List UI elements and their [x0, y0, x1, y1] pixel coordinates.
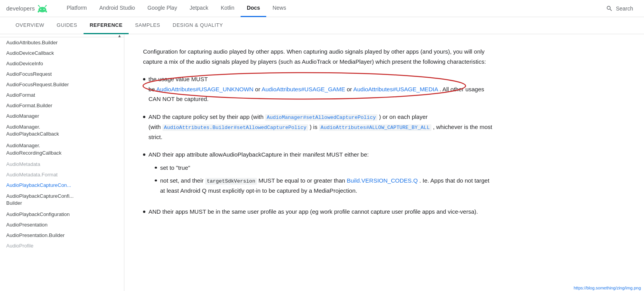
footer-url: https://blog.something/zing/img.png: [571, 285, 644, 291]
svg-point-6: [38, 5, 39, 6]
bullet-4-text: AND their apps MUST be in the same user …: [148, 207, 478, 217]
sidebar-item-audio-focus-request-builder[interactable]: AudioFocusRequest.Builder: [0, 79, 124, 90]
list-item: set to "true": [155, 163, 493, 173]
nav-android-studio[interactable]: Android Studio: [93, 0, 141, 17]
list-item: AND the capture policy set by their app …: [143, 112, 493, 142]
bullet-dot: [155, 179, 157, 181]
tab-design-quality[interactable]: DESIGN & QUALITY: [166, 17, 229, 34]
link-version-codes-q[interactable]: Build.VERSION_CODES.Q: [347, 177, 418, 184]
svg-rect-9: [46, 10, 47, 12]
link-allow-capture-by-all[interactable]: AudioAttributes#ALLOW_CAPTURE_BY_ALL: [319, 124, 431, 130]
content-description: Configuration for capturing audio played…: [143, 47, 493, 66]
target-sdk-version-code: targetSdkVersion: [205, 178, 257, 185]
sidebar-item-audio-device-info[interactable]: AudioDeviceInfo: [0, 58, 124, 69]
list-item: the usage value MUST be AudioAttributes#…: [143, 74, 493, 104]
tab-samples[interactable]: SAMPLES: [129, 17, 166, 34]
nav-links: Platform Android Studio Google Play Jetp…: [60, 0, 601, 17]
sidebar-item-audio-format-builder[interactable]: AudioFormat.Builder: [0, 100, 124, 111]
search-icon: [606, 5, 613, 12]
bullet-dot: [143, 78, 145, 80]
bullet-1-text: the usage value MUST be AudioAttributes#…: [148, 74, 493, 104]
tab-guides[interactable]: GUIDES: [51, 17, 84, 34]
sidebar-item-audio-playback-configuration[interactable]: AudioPlaybackConfiguration: [0, 209, 124, 220]
bullet-dot: [143, 116, 145, 118]
search-area[interactable]: Search: [601, 3, 638, 14]
tab-reference[interactable]: REFERENCE: [84, 17, 129, 34]
bullet-dot: [155, 167, 157, 169]
sidebar: ▲ AudioAttributes.Builder AudioDeviceCal…: [0, 34, 124, 291]
top-navigation: developers Platform Android Studio Googl…: [0, 0, 644, 17]
link-set-allowed-capture-policy-attrs[interactable]: AudioAttributes.Builder#setAllowedCaptur…: [162, 124, 308, 130]
link-usage-game[interactable]: AudioAttributes#USAGE_GAME: [262, 86, 345, 92]
list-item: AND their app attribute allowAudioPlayba…: [143, 150, 493, 199]
sidebar-item-audio-presentation[interactable]: AudioPresentation: [0, 220, 124, 230]
list-item: AND their apps MUST be in the same user …: [143, 207, 493, 217]
svg-rect-8: [38, 10, 39, 12]
sidebar-item-audio-device-callback[interactable]: AudioDeviceCallback: [0, 48, 124, 58]
list-item: not set, and their targetSdkVersion MUST…: [155, 176, 493, 196]
svg-point-3: [44, 9, 45, 10]
sidebar-item-audio-focus-request[interactable]: AudioFocusRequest: [0, 69, 124, 79]
sidebar-item-audio-presentation-builder[interactable]: AudioPresentation.Builder: [0, 230, 124, 240]
nav-docs[interactable]: Docs: [241, 0, 266, 17]
sidebar-item-audio-playback-capture-config[interactable]: AudioPlaybackCaptureCon...: [0, 180, 124, 190]
android-logo-icon: [37, 5, 48, 12]
bullet-dot: [143, 211, 145, 213]
sidebar-item-audio-attributes-builder[interactable]: AudioAttributes.Builder: [0, 37, 124, 48]
nav-kotlin[interactable]: Kotlin: [215, 0, 241, 17]
svg-point-2: [40, 9, 42, 10]
nav-news[interactable]: News: [266, 0, 292, 17]
sidebar-item-audio-playback-capture-config-builder[interactable]: AudioPlaybackCaptureConfi...Builder: [0, 190, 124, 209]
logo[interactable]: developers: [6, 5, 48, 12]
sidebar-item-audio-metadata: AudioMetadata: [0, 159, 124, 169]
bullet-dot: [143, 153, 145, 156]
nav-jetpack[interactable]: Jetpack: [183, 0, 215, 17]
sidebar-item-audio-manager[interactable]: AudioManager: [0, 111, 124, 121]
bullet-2-text: AND the capture policy set by their app …: [148, 112, 493, 142]
svg-point-7: [46, 5, 47, 6]
sub-bullet-2-text: not set, and their targetSdkVersion MUST…: [160, 176, 493, 196]
link-usage-media[interactable]: AudioAttributes#USAGE_MEDIA: [353, 86, 438, 92]
nav-platform[interactable]: Platform: [60, 0, 93, 17]
scroll-up-btn[interactable]: ▲: [117, 34, 124, 38]
sidebar-item-audio-metadata-format: AudioMetadata.Format: [0, 169, 124, 180]
link-set-allowed-capture-policy-mgr[interactable]: AudioManager#setAllowedCapturePolicy: [265, 113, 377, 120]
sub-bullet-list: set to "true" not set, and their targetS…: [155, 163, 493, 196]
tab-overview[interactable]: OVERVIEW: [9, 17, 51, 34]
sub-bullet-1-text: set to "true": [160, 163, 190, 173]
nav-google-play[interactable]: Google Play: [141, 0, 183, 17]
svg-rect-1: [39, 9, 47, 11]
sidebar-item-audio-profile: AudioProfile: [0, 240, 124, 251]
sidebar-item-audio-manager-audioplaybackcallback[interactable]: AudioManager.AudioPlaybackCallback: [0, 121, 124, 140]
logo-text: developers: [6, 5, 35, 12]
sidebar-item-audio-manager-audiorecordingcallback[interactable]: AudioManager.AudioRecordingCallback: [0, 140, 124, 159]
bullet-3-text: AND their app attribute allowAudioPlayba…: [148, 150, 493, 199]
sidebar-item-audio-format[interactable]: AudioFormat: [0, 90, 124, 100]
bullet-list: the usage value MUST be AudioAttributes#…: [143, 74, 493, 216]
sub-navigation: OVERVIEW GUIDES REFERENCE SAMPLES DESIGN…: [0, 17, 644, 34]
link-usage-unknown[interactable]: AudioAttributes#USAGE_UNKNOWN: [156, 86, 253, 92]
main-layout: ▲ AudioAttributes.Builder AudioDeviceCal…: [0, 34, 644, 291]
search-label: Search: [616, 5, 633, 12]
main-content: Configuration for capturing audio played…: [124, 34, 644, 291]
